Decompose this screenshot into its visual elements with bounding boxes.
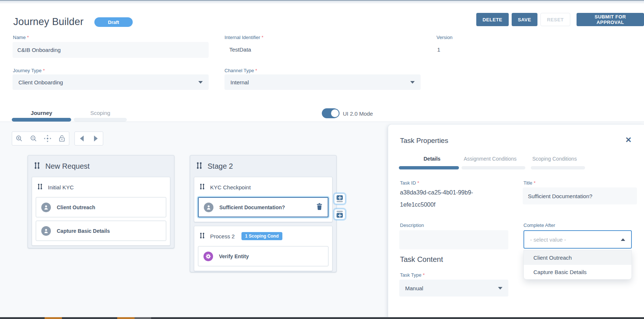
- tab-scoping-indicator: [74, 118, 127, 122]
- journey-builder-app: Journey Builder Draft DELETE SAVE RESET …: [0, 0, 644, 319]
- stage-new-request[interactable]: New Request Initial KYC: [28, 155, 174, 248]
- stage-title: New Request: [45, 162, 90, 171]
- complete-after-dropdown-menu: Client Outreach Capture Basic Details: [523, 250, 632, 280]
- lock-icon[interactable]: [56, 133, 67, 144]
- task-capture-basic-details[interactable]: Capture Basic Details: [36, 221, 166, 241]
- status-badge: Draft: [94, 17, 133, 27]
- task-type-select[interactable]: Manual: [399, 280, 508, 297]
- process-2[interactable]: Process 2 1 Scoping Cond Verify Entity: [194, 226, 333, 271]
- task-label: Client Outreach: [57, 204, 95, 210]
- ui-mode-toggle-label: UI 2.0 Mode: [343, 111, 373, 117]
- process-title: Initial KYC: [48, 184, 74, 190]
- channel-type-label: Channel Type: [224, 68, 257, 73]
- task-label: Capture Basic Details: [57, 228, 110, 234]
- task-sufficient-documentation[interactable]: Sufficient Documentation?: [198, 197, 328, 217]
- save-button[interactable]: SAVE: [512, 13, 537, 26]
- tab-assignment-conditions[interactable]: Assignment Conditions: [464, 156, 516, 162]
- gear-icon: [203, 252, 213, 261]
- task-content-heading: Task Content: [400, 255, 443, 264]
- stage-title: Stage 2: [208, 162, 233, 171]
- task-type-value: Manual: [405, 285, 423, 291]
- version-value: 1: [437, 46, 440, 53]
- submit-for-approval-button[interactable]: SUBMIT FOR APPROVAL: [577, 13, 644, 26]
- dropdown-option-capture-basic-details[interactable]: Capture Basic Details: [524, 265, 631, 279]
- drag-handle-icon[interactable]: [199, 183, 205, 191]
- title-input[interactable]: Sufficient Documentation?: [523, 187, 637, 204]
- task-label: Verify Entity: [219, 253, 249, 259]
- stage-2[interactable]: Stage 2 KYC Checkpoint S: [190, 155, 337, 272]
- panel-title: Task Properties: [400, 137, 448, 145]
- tab-scoping[interactable]: Scoping: [74, 110, 127, 116]
- channel-type-select[interactable]: Internal: [224, 74, 421, 90]
- canvas-zoom-toolbar: [12, 132, 69, 146]
- internal-identifier-label: Internal Identifier: [224, 35, 264, 40]
- task-client-outreach[interactable]: Client Outreach: [36, 197, 166, 217]
- description-input[interactable]: [399, 230, 508, 249]
- delete-task-icon[interactable]: [316, 203, 323, 211]
- zoom-out-icon[interactable]: [28, 133, 39, 144]
- tab-scoping-indicator: [531, 166, 585, 169]
- chevron-up-icon: [621, 238, 625, 241]
- pan-move-icon[interactable]: [42, 133, 53, 144]
- ui-mode-toggle[interactable]: [322, 108, 339, 118]
- tab-details[interactable]: Details: [424, 156, 441, 162]
- toggle-knob: [330, 109, 340, 118]
- task-label: Sufficient Documentation?: [219, 204, 285, 210]
- task-verify-entity[interactable]: Verify Entity: [198, 246, 328, 266]
- tab-journey-indicator: [12, 118, 71, 122]
- journey-type-label: Journey Type: [13, 68, 45, 73]
- name-label: Name: [13, 35, 29, 40]
- drag-handle-icon[interactable]: [199, 232, 205, 240]
- dropdown-option-client-outreach[interactable]: Client Outreach: [524, 250, 631, 265]
- task-type-label: Task Type: [400, 272, 425, 278]
- drag-handle-icon[interactable]: [196, 162, 202, 171]
- header-shadow: [0, 1, 644, 4]
- process-kyc-checkpoint[interactable]: KYC Checkpoint Sufficient Documentation?: [194, 177, 333, 222]
- complete-after-label: Complete After: [523, 222, 555, 228]
- journey-type-value: Client Onboarding: [18, 79, 63, 85]
- plus-icon: [337, 213, 343, 218]
- process-title: KYC Checkpoint: [210, 184, 251, 190]
- channel-type-value: Internal: [230, 79, 249, 85]
- page-right-icon[interactable]: [90, 133, 101, 144]
- drag-handle-icon[interactable]: [34, 162, 40, 171]
- taskbar-edge: [0, 317, 644, 319]
- person-icon: [204, 203, 213, 212]
- add-task-above-button[interactable]: [334, 193, 345, 204]
- person-icon: [41, 226, 51, 236]
- internal-identifier-value: TestData: [229, 46, 251, 53]
- chevron-down-icon: [410, 81, 415, 84]
- page-left-icon[interactable]: [76, 133, 87, 144]
- chevron-down-icon: [498, 287, 502, 290]
- delete-button[interactable]: DELETE: [476, 13, 509, 26]
- tab-details-indicator: [399, 166, 459, 169]
- description-label: Description: [400, 222, 424, 228]
- task-properties-panel: Task Properties ✕ Details Assignment Con…: [388, 124, 644, 317]
- process-initial-kyc[interactable]: Initial KYC Client Outreach Capture Basi…: [32, 177, 170, 246]
- reset-button[interactable]: RESET: [540, 13, 570, 26]
- name-input[interactable]: C&IB Onboarding: [13, 42, 209, 58]
- complete-after-select[interactable]: - select value -: [523, 230, 632, 249]
- chevron-down-icon: [198, 81, 203, 84]
- title-label: Title: [523, 180, 536, 186]
- tab-journey[interactable]: Journey: [12, 110, 71, 116]
- person-icon: [41, 203, 51, 212]
- task-id-value: a38da39d-ca25-4b01-99b9-1efe1cc5000f: [400, 186, 490, 211]
- process-title: Process 2: [210, 233, 235, 239]
- zoom-in-icon[interactable]: [14, 133, 25, 144]
- version-label: Version: [436, 35, 452, 40]
- drag-handle-icon[interactable]: [37, 183, 43, 191]
- journey-type-select[interactable]: Client Onboarding: [13, 74, 209, 90]
- scoping-cond-badge: 1 Scoping Cond: [241, 232, 282, 240]
- canvas-pager-toolbar: [74, 132, 103, 146]
- header-actions: DELETE SAVE RESET SUBMIT FOR APPROVAL: [476, 13, 644, 26]
- complete-after-placeholder: - select value -: [530, 236, 566, 243]
- plus-icon: [337, 195, 343, 200]
- task-id-label: Task ID: [400, 180, 419, 186]
- close-icon[interactable]: ✕: [625, 136, 632, 144]
- tab-assignment-indicator: [462, 166, 525, 169]
- add-task-below-button[interactable]: [334, 209, 345, 220]
- tab-scoping-conditions[interactable]: Scoping Conditions: [532, 156, 577, 162]
- page-title: Journey Builder: [13, 16, 84, 28]
